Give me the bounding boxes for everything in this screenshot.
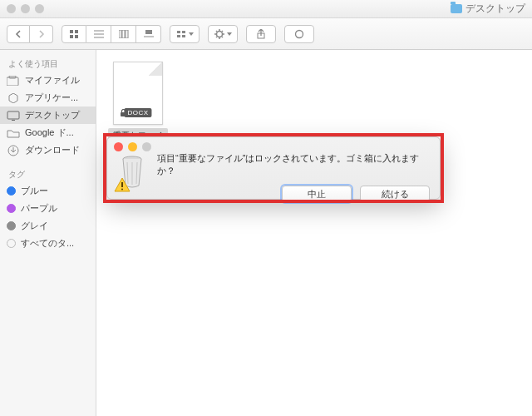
svg-rect-8 (122, 30, 125, 38)
tag-dot-icon (7, 186, 16, 196)
svg-point-16 (216, 31, 222, 37)
sidebar-item-label: ブルー (21, 185, 48, 197)
icon-view-button[interactable] (62, 25, 86, 43)
sidebar-item-label: Google ド... (25, 126, 74, 139)
applications-icon (7, 92, 20, 104)
folder-icon (7, 127, 20, 139)
sidebar-tags-header: タグ (0, 166, 96, 182)
forward-button[interactable] (30, 25, 53, 43)
window-title: デスクトップ (466, 2, 525, 16)
dialog-message: 項目“重要なファイル”はロックされています。ゴミ箱に入れますか？ (157, 152, 430, 177)
tags-button[interactable] (284, 25, 314, 43)
cancel-button[interactable]: 中止 (282, 186, 352, 202)
minimize-icon[interactable] (21, 4, 30, 13)
sidebar-item-label: アプリケー... (25, 92, 78, 104)
window-titlebar: デスクトップ (0, 0, 532, 18)
back-button[interactable] (7, 25, 30, 43)
svg-rect-29 (7, 111, 19, 119)
sidebar-item-applications[interactable]: アプリケー... (0, 89, 96, 106)
sidebar-item-label: マイファイル (25, 74, 80, 87)
coverflow-view-button[interactable] (136, 25, 161, 43)
svg-rect-2 (70, 35, 73, 38)
continue-button[interactable]: 続ける (360, 186, 430, 202)
svg-line-23 (222, 31, 223, 32)
svg-rect-0 (70, 30, 73, 33)
folder-icon (451, 4, 462, 13)
sidebar-item-label: グレイ (21, 220, 48, 232)
column-view-button[interactable] (111, 25, 136, 43)
sidebar-item-desktop[interactable]: デスクトップ (0, 106, 96, 124)
action-button[interactable] (208, 25, 238, 43)
svg-rect-14 (177, 35, 180, 37)
svg-point-26 (296, 30, 303, 37)
zoom-icon[interactable] (35, 4, 44, 13)
document-icon: DOCX (113, 62, 163, 125)
sidebar-item-label: パープル (21, 202, 57, 215)
sidebar-tag-blue[interactable]: ブルー (0, 182, 96, 200)
sidebar-tag-gray[interactable]: グレイ (0, 217, 96, 235)
desktop-icon (7, 110, 20, 121)
sidebar-tag-purple[interactable]: パープル (0, 200, 96, 217)
sidebar-item-label: ダウンロード (25, 144, 80, 156)
sidebar-item-label: デスクトップ (25, 109, 80, 121)
tag-dot-icon (7, 221, 16, 230)
svg-point-38 (121, 189, 123, 191)
svg-rect-3 (75, 35, 78, 38)
svg-line-21 (216, 31, 217, 32)
list-view-button[interactable] (86, 25, 111, 43)
sidebar-item-downloads[interactable]: ダウンロード (0, 141, 96, 159)
svg-rect-12 (177, 31, 180, 33)
svg-rect-10 (145, 30, 152, 34)
share-button[interactable] (246, 25, 276, 43)
svg-rect-15 (182, 35, 185, 37)
window-traffic-lights (7, 4, 44, 13)
sidebar-item-label: すべてのタ... (21, 237, 74, 250)
trash-icon (116, 151, 149, 191)
sidebar-tag-all[interactable]: すべてのタ... (0, 235, 96, 252)
content-area: DOCX 重要なファイル (96, 50, 532, 416)
tag-dot-icon (7, 204, 16, 213)
svg-rect-9 (126, 30, 128, 38)
svg-line-24 (216, 37, 217, 37)
my-files-icon (7, 75, 20, 87)
downloads-icon (7, 145, 20, 156)
file-badge: DOCX (124, 108, 151, 117)
svg-line-22 (222, 37, 223, 37)
sidebar-favorites-header: よく使う項目 (0, 55, 96, 72)
confirmation-dialog: 項目“重要なファイル”はロックされています。ゴミ箱に入れますか？ 中止 続ける (106, 136, 441, 200)
arrange-button[interactable] (170, 25, 200, 43)
svg-rect-1 (75, 30, 78, 33)
tag-all-icon (7, 239, 16, 248)
sidebar-item-googledrive[interactable]: Google ド... (0, 124, 96, 141)
close-icon[interactable] (7, 4, 16, 13)
warning-icon (114, 177, 131, 192)
view-mode-segment (62, 25, 161, 43)
sidebar-item-myfiles[interactable]: マイファイル (0, 72, 96, 89)
sidebar: よく使う項目 マイファイル アプリケー... デスクトップ Google ド..… (0, 50, 96, 416)
svg-rect-13 (182, 31, 185, 33)
toolbar (0, 18, 532, 50)
svg-rect-7 (119, 30, 121, 38)
